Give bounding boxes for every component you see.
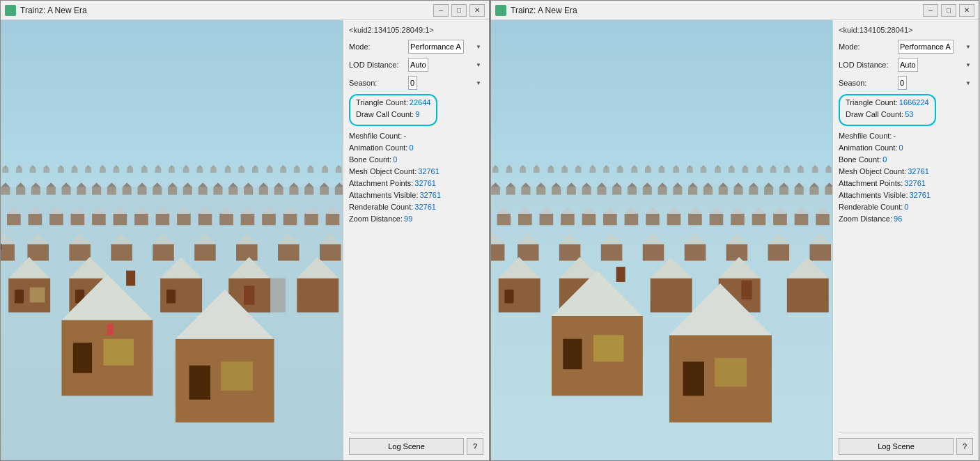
draw-call-value-2: 53 [905,110,913,118]
lod-select-1[interactable]: Auto [408,58,428,72]
svg-rect-8 [30,168,36,173]
svg-rect-46 [294,168,300,173]
svg-rect-80 [183,187,192,195]
meshfile-row-1: Meshfile Count: - [349,132,483,140]
svg-rect-297 [625,214,639,225]
svg-rect-199 [589,168,596,173]
window-body-2: <kuid:134105:28041> Mode: Performance A … [491,20,979,460]
zoom-value-1: 99 [404,214,412,223]
svg-rect-139 [27,244,49,260]
kuid-2: <kuid:134105:28041> [839,26,973,34]
season-select-1[interactable]: 0 [408,76,417,90]
svg-rect-126 [241,214,255,225]
svg-rect-58 [16,187,25,195]
minimize-button-2[interactable]: – [923,4,938,17]
svg-rect-293 [582,214,596,225]
svg-rect-191 [534,168,540,173]
svg-rect-287 [518,214,532,225]
svg-rect-291 [561,214,575,225]
season-row-1: Season: 0 [349,76,483,90]
help-button-2[interactable]: ? [956,438,973,455]
svg-rect-211 [673,168,679,173]
animation-value-1: 0 [409,143,413,152]
mesh-object-label-1: Mesh Object Count: [349,167,417,175]
svg-rect-329 [726,244,748,260]
svg-rect-116 [134,214,148,225]
log-scene-button-2[interactable]: Log Scene [839,438,954,455]
svg-rect-10 [43,168,49,173]
svg-rect-168 [297,278,339,312]
meshfile-value-2: - [893,132,896,140]
mode-select-1[interactable]: Performance A [408,40,464,54]
svg-rect-205 [631,168,637,173]
attachment-row-2: Attachment Points: 32761 [839,179,973,187]
triangle-highlight-1: Triangle Count: 22644 Draw Call Count: 9 [349,94,437,126]
svg-rect-1 [1,187,343,460]
svg-rect-64 [62,187,71,195]
svg-rect-118 [156,214,170,225]
svg-rect-145 [153,244,174,260]
svg-rect-189 [520,168,526,173]
help-button-1[interactable]: ? [467,438,483,455]
svg-rect-251 [597,187,606,195]
svg-rect-321 [559,244,581,260]
window-controls-1: – □ ✕ [433,4,485,17]
svg-rect-42 [267,168,273,173]
bone-row-2: Bone Count: 0 [839,155,973,164]
svg-rect-34 [210,168,217,173]
mesh-object-label-2: Mesh Object Count: [839,167,906,175]
svg-rect-233 [825,168,832,173]
svg-rect-217 [715,168,721,173]
zoom-row-1: Zoom Distance: 99 [349,214,483,223]
svg-rect-28 [169,168,175,173]
svg-rect-86 [228,187,238,195]
svg-rect-134 [326,214,340,225]
svg-rect-257 [643,187,652,195]
close-button-1[interactable]: ✕ [469,4,485,17]
svg-rect-98 [320,187,329,195]
mode-select-2[interactable]: Performance A [898,40,954,54]
svg-rect-245 [552,187,561,195]
window-1: Trainz: A New Era – □ ✕ [0,0,490,461]
svg-rect-207 [645,168,651,173]
svg-rect-136 [1,244,15,260]
log-scene-button-1[interactable]: Log Scene [349,438,464,455]
zoom-label-1: Zoom Distance: [349,214,403,223]
svg-rect-38 [238,168,244,173]
season-label-1: Season: [349,79,408,87]
svg-rect-96 [304,187,313,195]
season-select-2[interactable]: 0 [898,76,907,90]
maximize-button-1[interactable]: □ [451,4,467,17]
lod-select-2[interactable]: Auto [898,58,918,72]
svg-rect-253 [612,187,621,195]
mesh-object-value-2: 32761 [908,167,929,175]
zoom-value-2: 96 [894,214,902,223]
season-select-wrapper-1: 0 [408,76,483,90]
svg-rect-229 [798,168,804,173]
svg-rect-247 [567,187,576,195]
svg-rect-68 [92,187,101,195]
svg-rect-138 [1,244,1,250]
animation-row-2: Animation Count: 0 [839,143,973,152]
title-bar-1: Trainz: A New Era – □ ✕ [1,1,489,20]
mode-select-wrapper-2: Performance A [898,40,973,54]
svg-rect-267 [719,187,728,195]
maximize-button-2[interactable]: □ [941,4,956,17]
triangle-row-1: Triangle Count: 22644 [356,98,430,107]
renderable-value-2: 0 [904,203,908,211]
svg-rect-348 [563,339,582,370]
svg-rect-50 [322,168,328,173]
app-icon-2 [495,5,506,16]
svg-rect-289 [540,214,554,225]
svg-rect-239 [506,187,515,195]
close-button-2[interactable]: ✕ [959,4,974,17]
minimize-button-1[interactable]: – [433,4,449,17]
mode-label-2: Mode: [839,42,898,51]
bone-value-2: 0 [882,155,887,164]
svg-rect-66 [77,187,86,195]
svg-rect-151 [278,244,300,260]
svg-rect-12 [58,168,64,173]
svg-rect-106 [29,214,42,225]
lod-label-1: LOD Distance: [349,61,408,69]
svg-rect-263 [688,187,697,195]
